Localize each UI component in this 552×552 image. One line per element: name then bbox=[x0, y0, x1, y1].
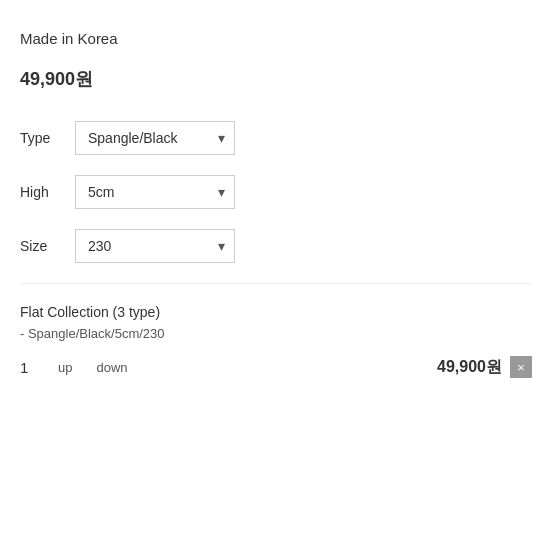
size-label: Size bbox=[20, 238, 75, 254]
high-select[interactable]: 5cm 7cm 10cm bbox=[75, 175, 235, 209]
collection-title: Flat Collection (3 type) bbox=[20, 304, 532, 320]
cart-item-price: 49,900원 bbox=[437, 357, 502, 378]
type-select[interactable]: Spangle/Black Spangle/White Matte/Black bbox=[75, 121, 235, 155]
product-origin: Made in Korea bbox=[20, 30, 532, 47]
remove-item-button[interactable]: × bbox=[510, 356, 532, 378]
type-option-row: Type Spangle/Black Spangle/White Matte/B… bbox=[20, 121, 532, 155]
quantity-value: 1 bbox=[20, 359, 40, 376]
collection-detail: - Spangle/Black/5cm/230 bbox=[20, 326, 532, 341]
high-select-wrapper: 5cm 7cm 10cm bbox=[75, 175, 235, 209]
cart-row: 1 up down 49,900원 × bbox=[20, 356, 532, 378]
type-label: Type bbox=[20, 130, 75, 146]
size-select-wrapper: 220 225 230 235 240 245 250 bbox=[75, 229, 235, 263]
price-section: 49,900원 × bbox=[437, 356, 532, 378]
quantity-up-button[interactable]: up bbox=[52, 358, 78, 377]
product-price: 49,900원 bbox=[20, 67, 532, 91]
divider bbox=[20, 283, 532, 284]
type-select-wrapper: Spangle/Black Spangle/White Matte/Black bbox=[75, 121, 235, 155]
high-label: High bbox=[20, 184, 75, 200]
quantity-down-button[interactable]: down bbox=[90, 358, 133, 377]
size-select[interactable]: 220 225 230 235 240 245 250 bbox=[75, 229, 235, 263]
product-page: Made in Korea 49,900원 Type Spangle/Black… bbox=[20, 20, 532, 388]
quantity-section: 1 up down bbox=[20, 358, 134, 377]
size-option-row: Size 220 225 230 235 240 245 250 bbox=[20, 229, 532, 263]
high-option-row: High 5cm 7cm 10cm bbox=[20, 175, 532, 209]
